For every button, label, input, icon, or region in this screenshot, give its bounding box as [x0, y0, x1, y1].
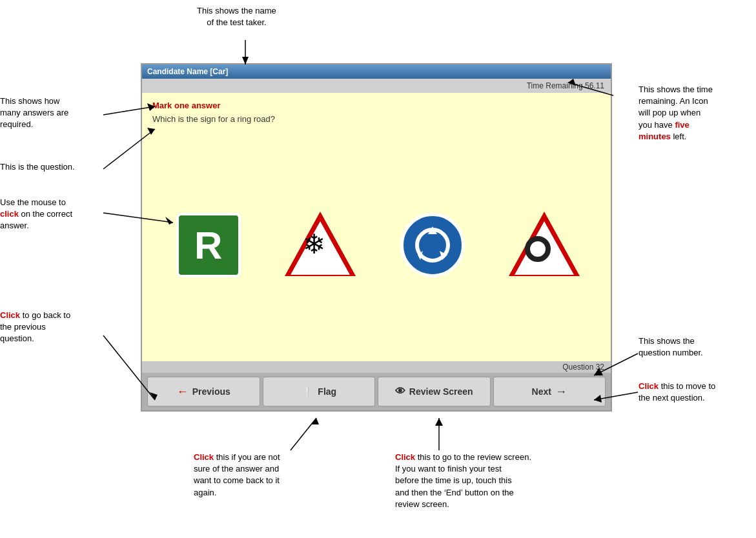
- next-label: Next: [532, 386, 551, 397]
- answer-d[interactable]: [499, 200, 589, 290]
- review-button[interactable]: 👁 Review Screen: [378, 377, 491, 406]
- previous-label: Previous: [192, 386, 230, 397]
- test-window: Candidate Name [Car] Time Remaining 56.1…: [141, 63, 612, 412]
- next-arrow-icon: →: [555, 385, 567, 399]
- timer-label: Time Remaining 56.11: [527, 81, 604, 90]
- annotation-left-mouse: Use the mouse to click on the correctans…: [0, 197, 113, 232]
- answer-c[interactable]: [387, 200, 478, 290]
- annotation-click-flag-red: Click: [194, 452, 214, 462]
- roundabout-arrows-svg: [410, 223, 455, 268]
- window-title: Candidate Name [Car]: [147, 67, 228, 76]
- annotation-click-review-red: Click: [395, 452, 415, 462]
- question-text: Which is the sign for a ring road?: [152, 114, 600, 124]
- review-icon: 👁: [395, 386, 405, 397]
- next-button[interactable]: Next →: [493, 377, 606, 406]
- annotation-click-next-red: Click: [639, 381, 659, 391]
- annotation-many-answers: many answers are: [0, 108, 68, 117]
- ring-svg: [523, 234, 553, 264]
- annotation-click-red: click: [0, 209, 19, 219]
- previous-button[interactable]: ← Previous: [147, 377, 260, 406]
- annotation-go-back: to go back to: [23, 310, 70, 320]
- flag-label: Flag: [318, 386, 336, 397]
- flag-button[interactable]: ❕ Flag: [263, 377, 376, 406]
- title-bar: Candidate Name [Car]: [142, 65, 611, 79]
- annotation-will-pop-up: will pop up when: [639, 108, 700, 117]
- svg-line-21: [291, 418, 316, 450]
- question-area: Mark one answer Which is the sign for a …: [142, 93, 611, 361]
- annotation-left-answers: This shows how many answers are required…: [0, 95, 113, 131]
- answer-b[interactable]: ❄: [275, 200, 365, 290]
- svg-point-4: [527, 239, 548, 259]
- svg-marker-22: [311, 418, 319, 424]
- nav-bar: Question 32 ← Previous ❕ Flag 👁 Review S…: [142, 361, 611, 410]
- svg-marker-24: [435, 418, 443, 426]
- annotation-click-back-red: Click: [0, 310, 20, 320]
- mark-one-answer: Mark one answer: [152, 101, 600, 110]
- sign-roundabout-icon: [400, 213, 465, 277]
- review-label: Review Screen: [409, 386, 473, 397]
- snowflake-symbol: ❄: [303, 231, 325, 258]
- sign-snowflake-container: ❄: [285, 212, 356, 279]
- flag-icon: ❕: [301, 386, 314, 398]
- sign-r-icon: R: [176, 213, 241, 277]
- timer-bar: Time Remaining 56.11: [142, 79, 611, 93]
- answer-a[interactable]: R: [163, 200, 254, 290]
- annotation-right-question-number: This shows thequestion number.: [639, 335, 751, 359]
- annotation-five: fiveminutes: [639, 120, 690, 141]
- annotation-bottom-flag: Click this if you are not sure of the an…: [194, 452, 342, 499]
- ring-symbol: [523, 234, 553, 266]
- previous-arrow-icon: ←: [177, 385, 189, 399]
- annotation-use-mouse: Use the mouse to: [0, 197, 66, 207]
- annotation-left-question: This is the question.: [0, 161, 113, 173]
- question-number-bar: Question 32: [142, 361, 611, 373]
- annotation-top-center: This shows the nameof the test taker.: [197, 5, 276, 28]
- sign-ring-container: [509, 212, 580, 279]
- answers-row: R ❄: [152, 137, 600, 354]
- annotation-top-right: This shows the timeremaining. An Icon wi…: [639, 84, 751, 143]
- annotation-bottom-review: Click this to go to the review screen. I…: [395, 452, 615, 510]
- nav-buttons: ← Previous ❕ Flag 👁 Review Screen Next →: [142, 373, 611, 410]
- annotation-right-next: Click this to move tothe next question.: [639, 381, 751, 404]
- annotation-left-previous: Click to go back tothe previousquestion.: [0, 310, 113, 345]
